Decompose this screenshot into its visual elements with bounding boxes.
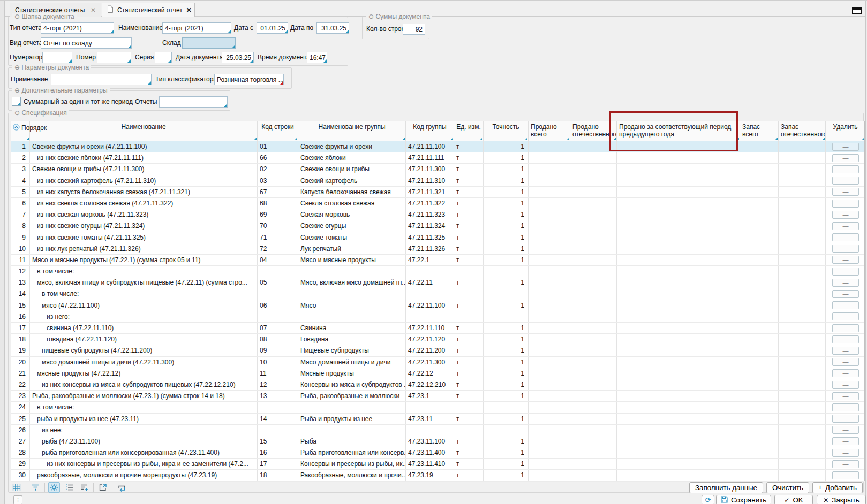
table-row[interactable]: 12 в том числе: — [11, 266, 864, 277]
delete-row-button[interactable]: — [832, 301, 859, 309]
table-row[interactable]: 22 из них консервы из мяса и субпродукто… [11, 379, 864, 391]
report-type-field[interactable]: 4-торг (2021) [41, 22, 114, 34]
add-button[interactable]: +Добавить [812, 482, 863, 493]
warehouse-field[interactable] [182, 37, 236, 49]
table-row[interactable]: 25 рыба и продукты из нее (47.23.11) 14 … [11, 414, 864, 425]
table-row[interactable]: 14 в том числе: — [11, 288, 864, 300]
delete-row-button[interactable]: — [832, 268, 859, 276]
filter-icon[interactable] [29, 482, 41, 493]
reports-field[interactable] [159, 96, 228, 108]
table-row[interactable]: 26 из нее: — [11, 425, 864, 436]
doc-name-field[interactable]: 4-торг (2021) [162, 22, 231, 34]
report-kind-field[interactable]: Отчет по складу [41, 37, 132, 49]
series-field[interactable] [155, 52, 172, 63]
delete-row-button[interactable]: — [832, 279, 859, 287]
table-row[interactable]: 15 мясо (47.22.11.100) 06 Мясо 47.22.11.… [11, 300, 864, 311]
delete-row-button[interactable]: — [832, 177, 859, 185]
kebab-menu-button[interactable]: ⋮ [13, 495, 22, 504]
delete-row-button[interactable]: — [832, 392, 859, 400]
refresh-button[interactable]: ⟳ [702, 495, 714, 504]
table-row[interactable]: 23 Рыба, ракообразные и моллюски (47.23.… [11, 391, 864, 402]
header-sold-prev-period[interactable]: Продано за соответствующий период предыд… [617, 121, 740, 141]
header-group-code[interactable]: Код группы [406, 121, 454, 141]
delete-row-button[interactable]: — [832, 188, 859, 196]
delete-row-button[interactable]: — [832, 211, 859, 219]
close-button[interactable]: ✕ Закрыть [817, 495, 866, 504]
reload-loop-icon[interactable] [116, 482, 127, 493]
delete-row-button[interactable]: — [832, 290, 859, 298]
date-to-field[interactable]: 31.03.25 [316, 22, 349, 34]
doc-date-field[interactable]: 25.03.25 [222, 52, 254, 63]
delete-row-button[interactable]: — [832, 347, 859, 355]
table-row[interactable]: 18 говядина (47.22.11.120) 08 Говядина 4… [11, 334, 864, 345]
delete-row-button[interactable]: — [832, 403, 859, 411]
delete-row-button[interactable]: — [832, 222, 859, 230]
table-row[interactable]: 3 Свежие овощи и грибы (47.21.11.300) 02… [11, 164, 864, 175]
tab-close-icon[interactable]: ✕ [186, 6, 192, 14]
table-row[interactable]: 20 мясо домашней птицы и дичи (47.22.11.… [11, 357, 864, 368]
tab-close-icon[interactable]: ✕ [91, 6, 96, 14]
open-external-icon[interactable] [97, 482, 109, 493]
delete-row-button[interactable]: — [832, 437, 859, 445]
delete-row-button[interactable]: — [832, 165, 859, 173]
delete-row-button[interactable]: — [832, 426, 859, 434]
collapse-icon[interactable]: ⊖ [14, 13, 20, 20]
header-row-code[interactable]: Код строки [258, 121, 298, 141]
doc-time-field[interactable]: 16:47 [307, 52, 327, 63]
table-row[interactable]: 13 мясо, включая птицу и субпродукты пищ… [11, 277, 864, 288]
delete-row-button[interactable]: — [832, 449, 859, 457]
table-row[interactable]: 11 Мясо и мясные продукты (47.22.1) (сум… [11, 255, 864, 266]
table-row[interactable]: 10 из них лук репчатый (47.21.11.326) 72… [11, 243, 864, 255]
header-sold-total[interactable]: Продано всего [529, 121, 570, 141]
delete-row-button[interactable]: — [832, 471, 859, 479]
tab-statistical-report[interactable]: Статистический отчет ✕ [102, 3, 195, 17]
header-group-name[interactable]: Наименование группы [298, 121, 406, 141]
delete-row-button[interactable]: — [832, 358, 859, 366]
delete-row-button[interactable]: — [832, 369, 859, 377]
delete-row-button[interactable]: — [832, 143, 859, 151]
header-stock-total[interactable]: Запас всего [740, 121, 779, 141]
delete-row-button[interactable]: — [832, 415, 859, 423]
header-stock-domestic[interactable]: Запас отечественного [779, 121, 826, 141]
collapse-icon[interactable]: ⊖ [368, 13, 374, 20]
header-name[interactable]: Наименование [30, 121, 258, 141]
table-row[interactable]: 1 Свежие фрукты и орехи (47.21.11.100) 0… [11, 141, 864, 152]
numbered-list-icon[interactable] [63, 482, 75, 493]
maximize-window-icon[interactable] [852, 7, 862, 14]
delete-row-button[interactable]: — [832, 245, 859, 253]
delete-row-button[interactable]: — [832, 233, 859, 241]
table-row[interactable]: 9 из них свежие томаты (47.21.11.325) 71… [11, 232, 864, 243]
table-row[interactable]: 29 из них консервы и пресервы из рыбы, и… [11, 459, 864, 470]
header-delete[interactable]: Удалить [826, 121, 865, 141]
header-sold-domestic[interactable]: Продано отечественного [570, 121, 617, 141]
collapse-icon[interactable]: ⊖ [14, 64, 20, 71]
table-row[interactable]: 6 из них свекла столовая свежая (47.21.1… [11, 198, 864, 209]
note-field[interactable] [51, 74, 152, 85]
save-button[interactable]: Сохранить [716, 495, 771, 504]
row-count-field[interactable]: 92 [403, 24, 425, 35]
delete-row-button[interactable]: — [832, 335, 859, 343]
clear-button[interactable]: Очистить [766, 482, 809, 493]
table-row[interactable]: 5 из них капуста белокочанная свежая (47… [11, 187, 864, 198]
table-row[interactable]: 17 свинина (47.22.11.110) 07 Свинина 47.… [11, 323, 864, 334]
date-from-field[interactable]: 01.01.25 [257, 22, 288, 34]
table-row[interactable]: 8 из них свежие огурцы (47.21.11.324) 70… [11, 220, 864, 232]
delete-row-button[interactable]: — [832, 256, 859, 264]
fill-data-button[interactable]: Заполнить данные [689, 482, 763, 493]
delete-row-button[interactable]: — [832, 200, 859, 208]
ok-button[interactable]: ✓ OK [774, 495, 813, 504]
delete-row-button[interactable]: — [832, 460, 859, 468]
delete-row-button[interactable]: — [832, 324, 859, 332]
table-row[interactable]: 16 из него: — [11, 311, 864, 323]
table-row[interactable]: 30 ракообразные, моллюски и прочие мореп… [11, 470, 864, 481]
numerator-field[interactable] [42, 52, 72, 63]
table-row[interactable]: 28 рыба приготовленная или консервирован… [11, 447, 864, 459]
table-row[interactable]: 21 мясные продукты (47.22.12) 11 Мясные … [11, 368, 864, 379]
table-row[interactable]: 2 из них свежие яблоки (47.21.11.111) 66… [11, 152, 864, 164]
grid-view-icon[interactable] [11, 482, 22, 493]
sort-ascending-icon[interactable] [13, 124, 20, 132]
table-row[interactable]: 24 в том числе: — [11, 402, 864, 413]
classifier-type-field[interactable]: Розничная торговля ... [214, 74, 284, 85]
header-unit[interactable]: Ед. изм. [454, 121, 484, 141]
collapse-icon[interactable]: ⊖ [14, 109, 20, 117]
